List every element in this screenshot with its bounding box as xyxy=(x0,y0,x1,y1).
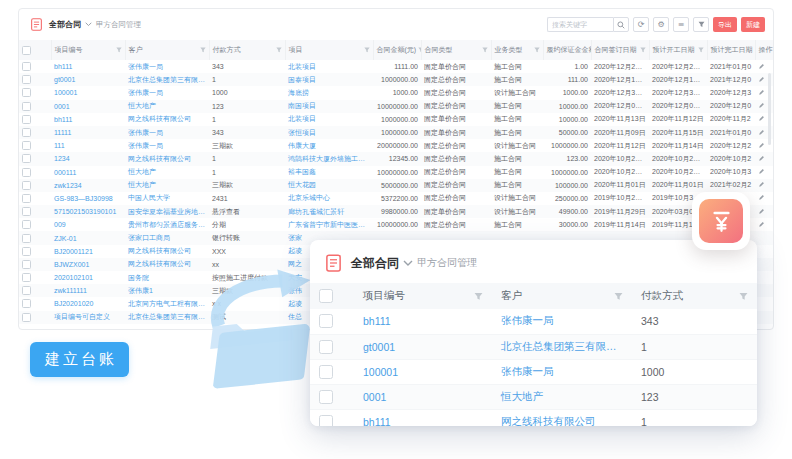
cell-customer[interactable]: 北京同方电气工程有限公司 xyxy=(125,297,209,310)
filter-icon[interactable] xyxy=(116,47,122,53)
search-input[interactable] xyxy=(547,17,613,32)
cell-code[interactable]: 1234 xyxy=(51,152,125,165)
cell-project[interactable]: 廊坊孔雀城汇景轩 xyxy=(285,205,373,218)
cell-customer[interactable]: 张伟康一局 xyxy=(125,60,209,73)
cell-code[interactable]: 项目编号可自定义 xyxy=(51,311,125,324)
cell-code[interactable]: ZJK-01 xyxy=(51,231,125,244)
cell-customer[interactable]: 网之线科技有限公司 xyxy=(125,113,209,126)
edit-icon[interactable] xyxy=(758,63,765,70)
chevron-down-icon[interactable] xyxy=(403,260,413,267)
edit-icon[interactable] xyxy=(758,155,765,162)
edit-icon[interactable] xyxy=(758,115,765,122)
cell-customer[interactable]: 网之线科技有限公司 xyxy=(125,245,209,258)
cell-customer[interactable]: 北京住总集团第三有限公司 xyxy=(492,334,632,359)
cell-code[interactable]: 5715021503190101 xyxy=(51,205,125,218)
row-checkbox[interactable] xyxy=(22,128,31,137)
search-button[interactable] xyxy=(613,17,629,32)
chevron-down-icon[interactable] xyxy=(85,22,92,27)
row-checkbox[interactable] xyxy=(22,75,31,84)
columns-icon[interactable]: ≡ xyxy=(673,17,689,32)
row-checkbox[interactable] xyxy=(22,181,31,190)
row-checkbox[interactable] xyxy=(22,62,31,71)
cell-customer[interactable]: 张伟康一局 xyxy=(492,359,632,384)
row-checkbox[interactable] xyxy=(22,313,31,322)
filter-icon[interactable] xyxy=(200,47,206,53)
row-checkbox[interactable] xyxy=(22,220,31,229)
row-checkbox[interactable] xyxy=(22,88,31,97)
cell-project[interactable]: 裕丰国鑫 xyxy=(285,166,373,179)
edit-icon[interactable] xyxy=(758,181,765,188)
cell-customer[interactable]: 张伟康一局 xyxy=(125,86,209,99)
cell-customer[interactable]: 张伟康一局 xyxy=(125,126,209,139)
cell-project[interactable]: 恒大花园 xyxy=(285,179,373,192)
edit-icon[interactable] xyxy=(758,142,765,149)
filter-toolbar-icon[interactable] xyxy=(693,17,709,32)
row-checkbox[interactable] xyxy=(22,168,31,177)
cell-customer[interactable]: 国安华夏幸福基业房地产... xyxy=(125,205,209,218)
cell-code[interactable]: GS-983—BJ30998 xyxy=(51,192,125,205)
cell-code[interactable]: gt0001 xyxy=(354,334,492,359)
cell-customer[interactable]: 张家口工商局 xyxy=(125,231,209,244)
cell-project[interactable]: 国泰项目 xyxy=(285,73,373,86)
cell-project[interactable]: 广东省普宁市新中医医院... xyxy=(285,218,373,231)
row-checkbox[interactable] xyxy=(22,207,31,216)
row-checkbox[interactable] xyxy=(22,273,31,282)
cell-code[interactable]: 100001 xyxy=(354,359,492,384)
row-checkbox[interactable] xyxy=(22,286,31,295)
cell-code[interactable]: 009 xyxy=(51,218,125,231)
cell-customer[interactable]: 张伟康一局 xyxy=(492,309,632,334)
cell-code[interactable]: zwk111111 xyxy=(51,284,125,297)
create-button[interactable]: 新建 xyxy=(741,17,765,32)
edit-icon[interactable] xyxy=(758,208,765,215)
cell-code[interactable]: 2020102101 xyxy=(51,271,125,284)
cell-project[interactable]: 伟康大厦 xyxy=(285,139,373,152)
filter-icon[interactable] xyxy=(276,47,282,53)
row-checkbox[interactable] xyxy=(319,314,333,328)
cell-customer[interactable]: 恒大地产 xyxy=(125,166,209,179)
row-checkbox[interactable] xyxy=(22,234,31,243)
refresh-icon[interactable]: ⟳ xyxy=(633,17,649,32)
cell-code[interactable]: 111 xyxy=(51,139,125,152)
cell-code[interactable]: BJ20001121 xyxy=(51,245,125,258)
edit-icon[interactable] xyxy=(758,102,765,109)
cell-customer[interactable]: 网之线科技有限公司 xyxy=(125,152,209,165)
row-checkbox[interactable] xyxy=(22,154,31,163)
cell-code[interactable]: 0001 xyxy=(354,384,492,409)
filter-icon[interactable] xyxy=(364,47,370,53)
row-checkbox[interactable] xyxy=(22,141,31,150)
cell-customer[interactable]: 中国人民大学 xyxy=(125,192,209,205)
edit-icon[interactable] xyxy=(758,129,765,136)
row-checkbox[interactable] xyxy=(319,415,333,426)
edit-icon[interactable] xyxy=(758,221,765,228)
cell-code[interactable]: BJWZX001 xyxy=(51,258,125,271)
cell-customer[interactable]: 网之线科技有限公司 xyxy=(492,409,632,426)
filter-icon[interactable] xyxy=(482,47,488,53)
cell-customer[interactable]: 张伟康1 xyxy=(125,284,209,297)
cell-project[interactable]: 北装项目 xyxy=(285,113,373,126)
cell-customer[interactable]: 贵州市都匀景酒店服务有... xyxy=(125,218,209,231)
select-all-checkbox[interactable] xyxy=(22,46,31,55)
cell-code[interactable]: 100001 xyxy=(51,86,125,99)
row-checkbox[interactable] xyxy=(22,115,31,124)
cell-project[interactable]: 北装项目 xyxy=(285,60,373,73)
cell-code[interactable]: bh111 xyxy=(51,113,125,126)
cell-code[interactable]: bh111 xyxy=(51,60,125,73)
edit-icon[interactable] xyxy=(758,194,765,201)
edit-icon[interactable] xyxy=(758,76,765,83)
row-checkbox[interactable] xyxy=(22,194,31,203)
cell-code[interactable]: 000111 xyxy=(51,166,125,179)
cell-code[interactable]: bh111 xyxy=(354,309,492,334)
edit-icon[interactable] xyxy=(758,89,765,96)
cell-project[interactable]: 北京乐城中心 xyxy=(285,192,373,205)
cell-code[interactable]: BJ20201020 xyxy=(51,297,125,310)
cell-customer[interactable]: 北京住总集团第三有限公司 xyxy=(125,311,209,324)
row-checkbox[interactable] xyxy=(22,260,31,269)
filter-icon[interactable] xyxy=(614,292,623,301)
filter-icon[interactable] xyxy=(534,47,540,53)
cell-project[interactable]: 海底捞 xyxy=(285,86,373,99)
cell-project[interactable]: 张恒项目 xyxy=(285,126,373,139)
cell-customer[interactable]: 张伟康一局 xyxy=(125,139,209,152)
cell-code[interactable]: bh111 xyxy=(354,409,492,426)
cell-project[interactable]: 南国项目 xyxy=(285,100,373,113)
export-button[interactable]: 导出 xyxy=(713,17,737,32)
